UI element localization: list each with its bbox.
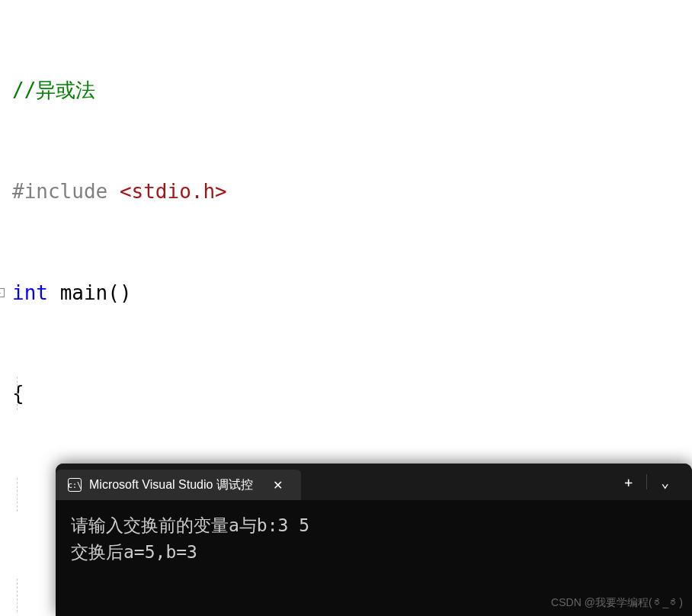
terminal-line: 交换后a=5,b=3 — [71, 539, 677, 566]
terminal-titlebar: c:\ Microsoft Visual Studio 调试控 ✕ + ⌄ — [56, 464, 692, 500]
include-path: <stdio.h> — [120, 180, 227, 203]
close-icon[interactable]: ✕ — [267, 475, 289, 496]
include-directive: #include — [12, 180, 107, 203]
new-tab-button[interactable]: + — [614, 468, 643, 496]
int-keyword: int — [12, 281, 48, 304]
watermark-text: CSDN @我要学编程(ಥ_ಥ) — [551, 596, 683, 610]
terminal-icon: c:\ — [68, 478, 82, 492]
terminal-window: c:\ Microsoft Visual Studio 调试控 ✕ + ⌄ 请输… — [56, 464, 692, 616]
divider — [646, 474, 647, 489]
code-line-comment: //异或法 — [0, 73, 692, 107]
code-line-main: -int main() — [0, 276, 692, 310]
fold-marker-icon[interactable]: - — [0, 288, 5, 297]
comment-text: //异或法 — [12, 79, 95, 101]
parens: () — [107, 281, 131, 304]
terminal-line: 请输入交换前的变量a与b:3 5 — [71, 512, 677, 539]
code-line-open-brace: { — [0, 377, 692, 410]
terminal-tab[interactable]: c:\ Microsoft Visual Studio 调试控 ✕ — [56, 470, 301, 500]
terminal-tab-title: Microsoft Visual Studio 调试控 — [89, 477, 253, 493]
open-brace: { — [12, 382, 24, 405]
dropdown-icon[interactable]: ⌄ — [650, 468, 680, 496]
main-func: main — [60, 281, 108, 304]
terminal-output[interactable]: 请输入交换前的变量a与b:3 5 交换后a=5,b=3 — [56, 500, 692, 577]
terminal-actions: + ⌄ — [614, 468, 692, 496]
code-line-include: #include <stdio.h> — [0, 175, 692, 208]
